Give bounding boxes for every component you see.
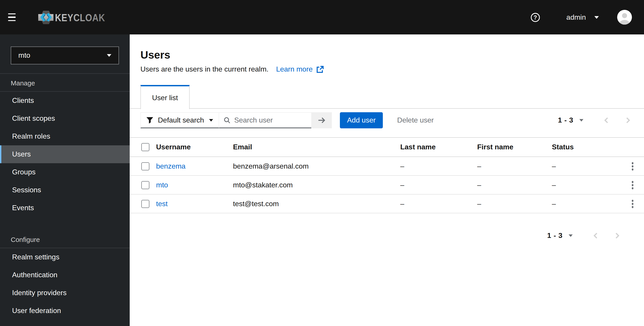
sidebar-item-users[interactable]: Users <box>0 145 130 163</box>
sidebar-item-client-scopes[interactable]: Client scopes <box>0 110 130 128</box>
tab-user-list[interactable]: User list <box>140 85 190 109</box>
username-link[interactable]: benzema <box>156 162 233 170</box>
last-name-cell: – <box>400 200 477 208</box>
svg-text:?: ? <box>534 14 537 20</box>
nav-section-manage: Manage <box>0 74 130 91</box>
sidebar-item-user-federation[interactable]: User federation <box>0 302 130 320</box>
pagination-bottom: 1 - 3 <box>547 230 622 241</box>
sidebar-item-sessions[interactable]: Sessions <box>0 181 130 199</box>
first-name-cell: – <box>477 181 552 189</box>
status-cell: – <box>552 162 626 170</box>
email-cell: mto@stakater.com <box>233 181 400 189</box>
sidebar-item-authentication[interactable]: Authentication <box>0 266 130 284</box>
external-link-icon <box>316 66 324 73</box>
configure-nav-list: Realm settings Authentication Identity p… <box>0 248 130 320</box>
last-name-cell: – <box>400 181 477 189</box>
previous-page-button[interactable] <box>590 230 601 241</box>
learn-more-link[interactable]: Learn more <box>276 65 324 73</box>
search-type-label: Default search <box>158 116 204 124</box>
next-page-button[interactable] <box>622 115 633 126</box>
masthead: KEYCLOAK ? admin <box>0 0 644 34</box>
chevron-down-icon[interactable] <box>580 119 584 122</box>
username-link[interactable]: mto <box>156 181 233 189</box>
table-header-row: Username Email Last name First name Stat… <box>130 137 644 157</box>
spacer <box>0 217 130 230</box>
page-description: Users are the users in the current realm… <box>140 65 268 73</box>
row-checkbox[interactable] <box>141 200 149 208</box>
tab-bar: User list <box>130 85 644 109</box>
hamburger-icon <box>8 17 16 18</box>
first-name-cell: – <box>477 162 552 170</box>
sidebar-item-clients[interactable]: Clients <box>0 92 130 110</box>
chevron-down-icon <box>107 54 111 57</box>
previous-page-button[interactable] <box>601 115 612 126</box>
toolbar: Default search Add user <box>130 109 644 128</box>
masthead-actions: ? admin <box>531 10 632 24</box>
kebab-icon <box>631 199 634 208</box>
row-actions-kebab-button[interactable] <box>626 179 639 191</box>
search-input[interactable] <box>234 116 307 124</box>
search-icon <box>224 116 230 124</box>
pagination-bottom-wrap: 1 - 3 <box>130 230 644 241</box>
sidebar-item-groups[interactable]: Groups <box>0 163 130 181</box>
sidebar-item-identity-providers[interactable]: Identity providers <box>0 284 130 302</box>
pagination-range[interactable]: 1 - 3 <box>558 116 573 124</box>
hamburger-icon <box>8 14 16 14</box>
avatar[interactable] <box>617 10 632 24</box>
users-table: Username Email Last name First name Stat… <box>130 137 644 213</box>
person-silhouette-icon <box>617 10 632 24</box>
menu-toggle-button[interactable] <box>8 12 20 23</box>
keycloak-logo[interactable]: KEYCLOAK <box>38 9 106 25</box>
pagination-range[interactable]: 1 - 3 <box>547 232 562 240</box>
angle-right-icon <box>624 117 632 124</box>
row-checkbox[interactable] <box>141 181 149 189</box>
sidebar-item-realm-settings[interactable]: Realm settings <box>0 248 130 266</box>
table-row: benzema benzema@arsenal.com – – – <box>130 157 644 176</box>
email-cell: test@test.com <box>233 200 400 208</box>
row-actions-kebab-button[interactable] <box>626 198 639 210</box>
keycloak-admin-console: KEYCLOAK ? admin <box>0 0 644 326</box>
arrow-right-icon <box>317 116 326 125</box>
select-all-checkbox[interactable] <box>141 143 149 151</box>
nav-section-configure: Configure <box>0 230 130 248</box>
manage-nav-list: Clients Client scopes Realm roles Users … <box>0 92 130 217</box>
table-row: mto mto@stakater.com – – – <box>130 176 644 194</box>
search-submit-button[interactable] <box>311 112 332 128</box>
question-circle-icon: ? <box>531 12 540 22</box>
first-name-cell: – <box>477 200 552 208</box>
keycloak-logo-icon: KEYCLOAK <box>38 9 106 25</box>
sidebar-item-events[interactable]: Events <box>0 199 130 217</box>
add-user-button[interactable]: Add user <box>340 112 383 128</box>
angle-right-icon <box>614 232 621 239</box>
search-type-dropdown[interactable]: Default search <box>140 112 219 128</box>
column-header-username: Username <box>156 143 233 151</box>
row-actions-kebab-button[interactable] <box>626 160 639 172</box>
chevron-down-icon <box>594 16 599 18</box>
column-header-last-name: Last name <box>400 143 477 151</box>
help-button[interactable]: ? <box>531 12 540 22</box>
next-page-button[interactable] <box>612 230 622 241</box>
kebab-icon <box>631 180 634 190</box>
angle-left-icon <box>603 117 610 124</box>
hamburger-icon <box>8 20 16 21</box>
current-realm-label: mto <box>18 52 30 60</box>
last-name-cell: – <box>400 162 477 170</box>
main-content: Users Users are the users in the current… <box>130 34 644 326</box>
sidebar-item-realm-roles[interactable]: Realm roles <box>0 128 130 145</box>
user-menu-dropdown[interactable]: admin <box>566 13 599 21</box>
row-checkbox[interactable] <box>141 162 149 170</box>
kebab-icon <box>631 162 634 170</box>
realm-selector[interactable]: mto <box>11 46 119 64</box>
column-header-email: Email <box>233 143 400 151</box>
username-link[interactable]: test <box>156 200 233 208</box>
pagination-top: 1 - 3 <box>558 115 633 126</box>
sidebar: mto Manage Clients Client scopes Realm r… <box>0 34 130 326</box>
angle-left-icon <box>592 232 599 239</box>
delete-user-button[interactable]: Delete user <box>397 116 434 124</box>
brand-text: KEYCLOAK <box>55 12 105 23</box>
status-cell: – <box>552 181 626 189</box>
column-header-status: Status <box>552 143 626 151</box>
chevron-down-icon <box>209 119 213 122</box>
chevron-down-icon[interactable] <box>569 234 573 237</box>
username-label: admin <box>566 13 586 21</box>
